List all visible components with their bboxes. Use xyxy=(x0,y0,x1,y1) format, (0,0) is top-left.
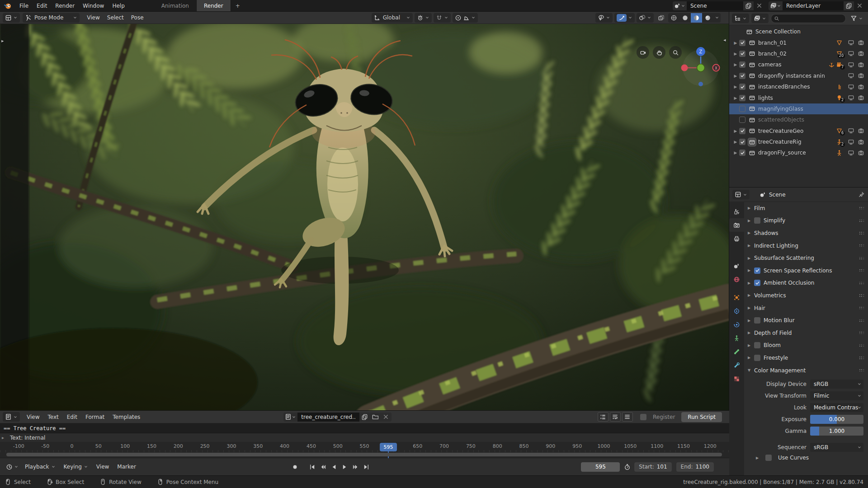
timeline-menu-keying[interactable]: Keying xyxy=(60,458,92,475)
text-unlink-button[interactable] xyxy=(380,413,392,422)
editor-type-button-timeline[interactable] xyxy=(4,462,21,472)
panel-expand-icon[interactable]: ▼ xyxy=(748,368,754,372)
disable-in-render-toggle[interactable] xyxy=(858,50,864,57)
overlays-dropdown[interactable] xyxy=(637,13,654,23)
render-layer-icon[interactable] xyxy=(769,1,783,10)
panel-expand-icon[interactable]: ▶ xyxy=(748,293,754,297)
disable-in-render-toggle[interactable] xyxy=(858,139,864,145)
panel-checkbox[interactable] xyxy=(754,317,760,324)
disable-in-viewport-toggle[interactable] xyxy=(848,127,854,134)
blender-logo-icon[interactable] xyxy=(0,2,15,10)
collection-checkbox[interactable] xyxy=(739,40,745,46)
render-layer-copy-button[interactable] xyxy=(844,1,854,10)
syntax-highlight-toggle[interactable] xyxy=(622,412,633,422)
disable-in-render-toggle[interactable] xyxy=(858,127,864,134)
panel-checkbox[interactable] xyxy=(754,355,760,361)
text-menu-templates[interactable]: Templates xyxy=(108,411,144,423)
line-numbers-toggle[interactable] xyxy=(598,412,609,422)
word-wrap-toggle[interactable] xyxy=(610,412,621,422)
panel-drag-handle[interactable] xyxy=(859,244,864,247)
disable-in-viewport-toggle[interactable] xyxy=(848,39,854,46)
collection-checkbox[interactable] xyxy=(739,95,745,101)
panel-drag-handle[interactable] xyxy=(859,307,864,309)
render-layer-name-field[interactable]: RenderLayer xyxy=(783,1,844,10)
properties-tab-scene[interactable] xyxy=(729,259,744,272)
panel-drag-handle[interactable] xyxy=(859,207,864,209)
3d-viewport[interactable]: Pose Mode ViewSelectPose Global xyxy=(0,12,729,410)
disable-in-viewport-toggle[interactable] xyxy=(848,61,854,68)
pivot-point-dropdown[interactable] xyxy=(415,13,432,23)
properties-tab-object-data[interactable] xyxy=(729,331,744,345)
end-frame-field[interactable]: End: 1100 xyxy=(676,462,714,472)
disable-in-render-toggle[interactable] xyxy=(858,94,864,101)
text-datablock-name[interactable]: tree_creature_cred.. xyxy=(297,413,359,422)
pan-view-button[interactable] xyxy=(653,46,665,59)
expand-arrow-icon[interactable]: ▶ xyxy=(732,41,739,45)
outliner-filter-dropdown[interactable] xyxy=(848,14,865,23)
panel-header-volumetrics[interactable]: ▶Volumetrics xyxy=(744,289,868,302)
frame-number-field[interactable]: 595 xyxy=(581,462,620,472)
text-open-button[interactable] xyxy=(370,413,380,422)
shading-solid-button[interactable] xyxy=(679,13,691,23)
expand-arrow-icon[interactable]: ▶ xyxy=(732,52,739,56)
outliner-row[interactable]: ▶dragonFly_source xyxy=(729,147,868,158)
text-menu-format[interactable]: Format xyxy=(81,411,108,423)
timeline-ruler[interactable]: -100-50050100150200250300350400450500550… xyxy=(0,442,729,458)
disable-in-render-toggle[interactable] xyxy=(858,150,864,156)
expand-arrow-icon[interactable]: ▶ xyxy=(732,96,739,100)
menu-edit[interactable]: Edit xyxy=(33,0,51,11)
shading-wireframe-button[interactable] xyxy=(668,13,679,23)
text-menu-edit[interactable]: Edit xyxy=(63,411,81,423)
collection-checkbox[interactable] xyxy=(739,51,745,57)
collection-checkbox[interactable] xyxy=(739,139,745,145)
scene-copy-button[interactable] xyxy=(743,1,754,10)
pin-icon[interactable] xyxy=(858,191,865,198)
viewport-menu-select[interactable]: Select xyxy=(104,12,127,23)
collection-checkbox[interactable] xyxy=(739,106,745,112)
mode-dropdown[interactable]: Pose Mode xyxy=(23,13,80,23)
collection-checkbox[interactable] xyxy=(739,73,745,79)
properties-tab-world[interactable] xyxy=(729,272,744,286)
disable-in-viewport-toggle[interactable] xyxy=(848,94,854,101)
panel-header-shadows[interactable]: ▶Shadows xyxy=(744,227,868,239)
snap-toggle[interactable] xyxy=(434,13,451,23)
outliner-viewlayer-icon[interactable] xyxy=(751,14,769,23)
panel-header-indirect-lighting[interactable]: ▶Indirect Lighting xyxy=(744,239,868,252)
timeline-menu-view[interactable]: View xyxy=(92,458,113,475)
sequencer-select[interactable]: sRGB xyxy=(810,443,863,452)
outliner-row[interactable]: ▶instancedBranches xyxy=(729,81,868,92)
use-curves-checkbox[interactable] xyxy=(765,455,772,461)
disable-in-render-toggle[interactable] xyxy=(858,61,864,68)
collection-checkbox[interactable] xyxy=(739,61,745,68)
panel-header-simplify[interactable]: ▶Simplify xyxy=(744,215,868,227)
text-copy-button[interactable] xyxy=(359,413,370,422)
panel-header-depth-of-field[interactable]: ▶Depth of Field xyxy=(744,327,868,339)
panel-drag-handle[interactable] xyxy=(859,332,864,334)
disable-in-render-toggle[interactable] xyxy=(858,39,864,46)
properties-tab-bone[interactable] xyxy=(729,345,744,358)
expand-arrow-icon[interactable]: ▶ xyxy=(732,129,739,133)
collection-checkbox[interactable] xyxy=(739,128,745,134)
panel-drag-handle[interactable] xyxy=(859,282,864,284)
collection-checkbox[interactable] xyxy=(739,117,745,123)
outliner-display-mode-dropdown[interactable] xyxy=(732,14,749,23)
outliner-row[interactable]: ▶branch_0220 xyxy=(729,48,868,59)
play-button[interactable] xyxy=(339,462,350,472)
expand-arrow-icon[interactable]: ▶ xyxy=(732,62,739,67)
editor-type-button-text[interactable] xyxy=(3,412,20,422)
collection-checkbox[interactable] xyxy=(739,150,745,156)
outliner-row[interactable]: ▶cameras7 xyxy=(729,59,868,70)
prev-keyframe-button[interactable] xyxy=(317,462,328,472)
properties-tab-tool[interactable] xyxy=(729,205,744,218)
display-device-select[interactable]: sRGB xyxy=(810,380,863,389)
panel-expand-icon[interactable]: ▶ xyxy=(748,319,754,323)
sidebar-expand-arrow[interactable]: ◂ xyxy=(723,37,726,43)
panel-expand-icon[interactable]: ▶ xyxy=(748,206,754,210)
panel-expand-icon[interactable]: ▶ xyxy=(748,306,754,310)
expand-arrow-icon[interactable]: ▶ xyxy=(732,74,739,78)
transform-orientation-dropdown[interactable]: Global xyxy=(372,13,413,23)
panel-expand-icon[interactable]: ▶ xyxy=(748,331,754,335)
disable-in-render-toggle[interactable] xyxy=(858,72,864,79)
panel-expand-icon[interactable]: ▶ xyxy=(748,268,754,272)
play-reverse-button[interactable] xyxy=(328,462,339,472)
